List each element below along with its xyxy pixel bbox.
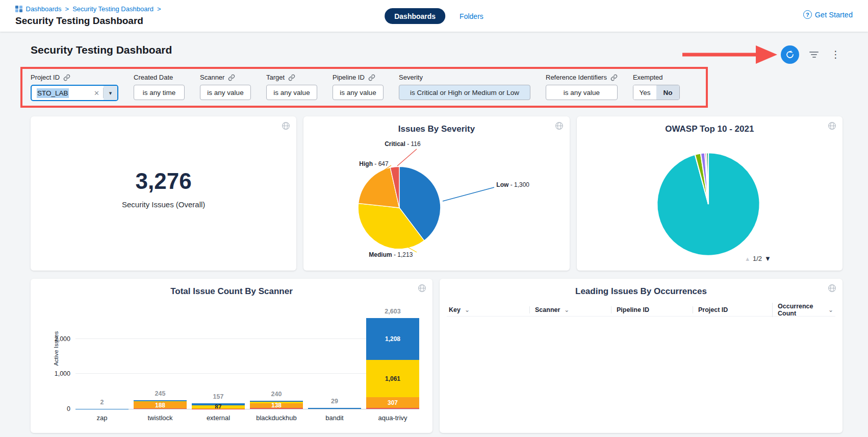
bar-aqua-trivy[interactable]: 3071,0611,2082,603aqua-trivy xyxy=(366,318,419,409)
dropdown-caret-icon[interactable]: ▾ xyxy=(104,86,117,100)
y-tick-label: 2,000 xyxy=(43,335,70,343)
filter-label: Created Date xyxy=(134,74,173,81)
filters-annotation-box: Project ID STO_LAB ✕ ▾ Created Date is a… xyxy=(20,67,708,108)
exempted-no-button[interactable]: No xyxy=(656,85,679,100)
callout-medium: Medium - 1,213 xyxy=(369,251,413,258)
filter-pipeline-id: Pipeline ID is any value xyxy=(333,74,384,106)
bar-segment-high[interactable]: 138 xyxy=(250,403,303,408)
y-tick-label: 0 xyxy=(43,405,70,412)
bar-twistlock[interactable]: 188245twistlock xyxy=(134,400,187,409)
chart-title: Total Issue Count By Scanner xyxy=(31,286,432,297)
tile-total-issue-count-by-scanner: Total Issue Count By Scanner Active Issu… xyxy=(31,279,432,433)
bar-segment-critical[interactable] xyxy=(250,408,303,409)
link-icon xyxy=(63,74,70,81)
tile-security-issues-overall: 3,276 Security Issues (Overall) xyxy=(31,116,296,271)
globe-icon xyxy=(828,284,836,293)
overall-issues-label: Security Issues (Overall) xyxy=(31,200,296,209)
filter-icon[interactable] xyxy=(807,50,821,60)
tab-folders[interactable]: Folders xyxy=(459,12,483,20)
bar-segment-critical[interactable] xyxy=(366,408,419,409)
dashboard-title: Security Testing Dashboard xyxy=(31,44,172,56)
clear-filter-icon[interactable]: ✕ xyxy=(90,89,103,97)
bar-external[interactable]: 87157external xyxy=(192,403,245,409)
column-header-project-id[interactable]: Project ID xyxy=(693,306,772,313)
kebab-menu-icon[interactable]: ⋮ xyxy=(829,49,843,60)
filter-label: Scanner xyxy=(200,74,224,81)
bar-blackduckhub[interactable]: 138240blackduckhub xyxy=(250,401,303,409)
annotation-arrow xyxy=(679,43,781,66)
page-down-icon[interactable]: ▼ xyxy=(764,255,771,262)
tile-owasp-top-10: OWASP Top 10 - 2021 ▲ 1/2 ▼ xyxy=(577,116,843,271)
severity-pie-chart xyxy=(356,164,443,251)
bar-segment-medium[interactable]: 1,061 xyxy=(366,360,419,397)
chevron-down-icon[interactable]: ⌄ xyxy=(828,306,833,313)
exempted-toggle: Yes No xyxy=(633,85,680,100)
filter-target: Target is any value xyxy=(266,74,317,106)
overall-issues-value: 3,276 xyxy=(31,168,296,194)
column-header-key[interactable]: Key⌄ xyxy=(447,306,529,313)
column-header-pipeline-id[interactable]: Pipeline ID xyxy=(611,306,693,313)
page-indicator: 1/2 xyxy=(753,255,762,262)
bar-segment-high[interactable]: 307 xyxy=(366,397,419,408)
filter-project-id: Project ID STO_LAB ✕ ▾ xyxy=(31,74,118,106)
bar-segment-high[interactable]: 188 xyxy=(134,402,187,408)
pie-pagination: ▲ 1/2 ▼ xyxy=(745,255,771,262)
project-id-filter-input[interactable]: STO_LAB ✕ ▾ xyxy=(31,85,118,101)
filter-scanner: Scanner is any value xyxy=(200,74,251,106)
filter-created-date: Created Date is any time xyxy=(134,74,185,106)
link-icon xyxy=(368,74,375,81)
tab-dashboards[interactable]: Dashboards xyxy=(385,8,445,24)
bar-segment-label: 1,208 xyxy=(385,336,400,342)
dashboard-canvas: Security Testing Dashboard ⋮ xyxy=(0,32,868,437)
bar-segment-low[interactable] xyxy=(308,408,361,409)
reference-identifiers-filter-button[interactable]: is any value xyxy=(546,85,618,100)
dashboards-grid-icon xyxy=(15,6,22,13)
pipeline-id-filter-button[interactable]: is any value xyxy=(333,85,384,100)
filter-label: Project ID xyxy=(31,74,60,81)
chart-title: Issues By Severity xyxy=(303,124,569,134)
filter-label: Severity xyxy=(399,74,423,81)
filter-label: Target xyxy=(266,74,285,81)
bar-total-label: 2 xyxy=(75,399,129,406)
project-id-value: STO_LAB xyxy=(37,88,69,98)
bar-total-label: 157 xyxy=(192,393,245,400)
bar-bandit[interactable]: 29bandit xyxy=(308,408,361,409)
callout-high: High - 647 xyxy=(359,160,388,167)
bar-total-label: 245 xyxy=(134,390,187,397)
column-header-scanner[interactable]: Scanner⌄ xyxy=(529,306,611,313)
breadcrumb-current[interactable]: Security Testing Dashboard xyxy=(72,5,154,13)
top-navbar: Dashboards > Security Testing Dashboard … xyxy=(0,0,868,32)
exempted-yes-button[interactable]: Yes xyxy=(633,85,656,100)
get-started-link[interactable]: Get Started xyxy=(815,11,853,19)
refresh-button[interactable] xyxy=(781,45,799,64)
scanner-filter-button[interactable]: is any value xyxy=(200,85,251,100)
globe-icon xyxy=(418,284,426,293)
filter-label: Exempted xyxy=(633,74,663,81)
bar-total-label: 240 xyxy=(250,391,303,398)
bar-chart: 01,0002,0002zap188245twistlock87157exter… xyxy=(75,311,419,409)
filter-exempted: Exempted Yes No xyxy=(633,74,680,106)
target-filter-button[interactable]: is any value xyxy=(266,85,317,100)
y-tick-label: 1,000 xyxy=(43,370,70,377)
link-icon xyxy=(228,74,235,81)
breadcrumb-dashboards[interactable]: Dashboards xyxy=(26,5,62,13)
tile-issues-by-severity: Issues By Severity Critical - 116 High -… xyxy=(303,116,569,271)
severity-filter-button[interactable]: is Critical or High or Medium or Low xyxy=(399,85,530,100)
bar-segment-critical[interactable] xyxy=(134,408,187,409)
breadcrumb: Dashboards > Security Testing Dashboard … xyxy=(15,5,161,13)
chevron-down-icon[interactable]: ⌄ xyxy=(465,306,470,313)
filter-reference-identifiers: Reference Identifiers is any value xyxy=(546,74,618,106)
column-header-occurrence-count[interactable]: Occurrence Count⌄ xyxy=(772,303,835,317)
created-date-filter-button[interactable]: is any time xyxy=(134,85,185,100)
chart-title: OWASP Top 10 - 2021 xyxy=(577,124,843,134)
page-title: Security Testing Dashboard xyxy=(15,15,143,27)
refresh-icon xyxy=(785,50,795,59)
link-icon xyxy=(288,74,295,81)
chevron-down-icon[interactable]: ⌄ xyxy=(564,306,569,313)
bar-segment-label: 307 xyxy=(388,400,398,406)
bar-segment-low[interactable]: 1,208 xyxy=(366,318,419,360)
callout-critical: Critical - 116 xyxy=(385,140,420,148)
globe-icon xyxy=(828,122,836,130)
page-up-icon[interactable]: ▲ xyxy=(745,256,750,262)
table-header-row: Key⌄ Scanner⌄ Pipeline ID Project ID Occ… xyxy=(447,303,835,317)
